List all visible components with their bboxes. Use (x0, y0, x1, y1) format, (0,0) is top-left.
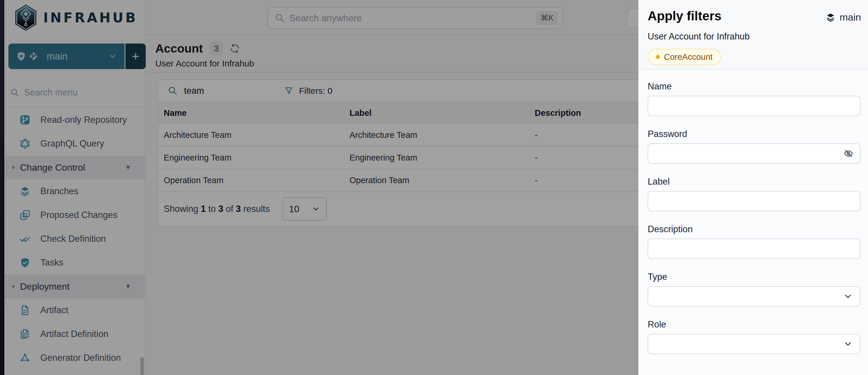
apply-filters-drawer: Apply filters main User Account for Infr… (639, 0, 868, 375)
label-field[interactable] (648, 191, 861, 211)
drawer-branch-indicator: main (826, 11, 861, 23)
field-group-name: Name (648, 81, 861, 116)
type-select[interactable] (648, 286, 861, 307)
drawer-header: Apply filters main User Account for Infr… (639, 0, 868, 70)
field-label: Type (648, 272, 861, 282)
drawer-branch-label: main (840, 11, 861, 23)
badge-dot-icon (656, 55, 660, 59)
eye-off-icon[interactable] (844, 149, 854, 158)
name-field[interactable] (648, 96, 861, 116)
field-group-description: Description (648, 224, 861, 259)
field-label: Label (648, 177, 861, 187)
layers-icon (826, 12, 836, 22)
drawer-subtitle: User Account for Infrahub (648, 31, 861, 42)
infrahub-app: INFRAHUB main (0, 0, 868, 375)
kind-badge: CoreAccount (648, 49, 721, 65)
field-label: Role (648, 319, 861, 330)
kind-badge-label: CoreAccount (664, 52, 713, 62)
field-label: Name (648, 81, 861, 92)
chevron-down-icon (843, 291, 853, 301)
field-group-role: Role (648, 319, 861, 354)
filter-form: Name Password Label (639, 70, 868, 354)
field-group-password: Password (648, 129, 861, 164)
field-group-type: Type (648, 272, 861, 307)
field-group-label: Label (648, 177, 861, 211)
field-label: Password (648, 129, 861, 139)
chevron-down-icon (843, 339, 853, 349)
description-field[interactable] (648, 239, 861, 259)
role-select[interactable] (648, 334, 861, 354)
password-field[interactable] (648, 144, 861, 164)
field-label: Description (648, 224, 861, 235)
